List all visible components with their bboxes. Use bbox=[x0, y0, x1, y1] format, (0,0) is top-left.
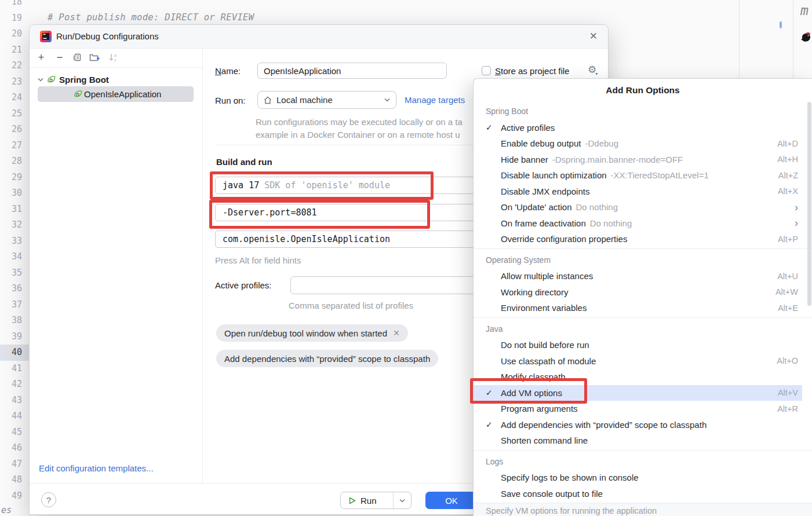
tree-item-label: OpenIsleApplication bbox=[84, 89, 161, 99]
tag-label: Add dependencies with “provided” scope t… bbox=[224, 354, 430, 364]
chevron-down-icon bbox=[38, 78, 43, 82]
annotation-box-jdk-field bbox=[210, 171, 434, 200]
main-class-value: com.openisle.OpenIsleApplication bbox=[223, 234, 390, 244]
add-run-options-list: Spring Boot✓Active profilesEnable debug … bbox=[474, 100, 812, 503]
line-number-38: 38 bbox=[0, 313, 29, 329]
menu-item-label: Disable JMX endpoints bbox=[501, 186, 589, 196]
line-number-26: 26 bbox=[0, 122, 29, 138]
add-configuration-button[interactable]: + bbox=[35, 52, 47, 63]
tree-item-openisleapplication[interactable]: OpenIsleApplication bbox=[38, 86, 194, 102]
line-number-21: 21 bbox=[0, 42, 29, 58]
manage-targets-link[interactable]: Manage targets bbox=[405, 95, 465, 105]
home-icon bbox=[264, 96, 272, 104]
help-button[interactable]: ? bbox=[41, 492, 56, 507]
menu-item-shortcut: Alt+V bbox=[778, 388, 798, 397]
edit-configuration-templates-link[interactable]: Edit configuration templates... bbox=[39, 463, 154, 473]
menu-item-on-frame-deactivation[interactable]: On frame deactivationDo nothing› bbox=[474, 215, 812, 232]
menu-item-shortcut: Alt+R bbox=[777, 404, 798, 413]
popup-scrollbar[interactable] bbox=[807, 102, 811, 306]
menu-item-environment-variables[interactable]: Environment variablesAlt+E bbox=[474, 300, 812, 316]
menu-item-shortcut: Alt+Z bbox=[778, 171, 798, 180]
menu-item-enable-debug-output[interactable]: Enable debug output-DdebugAlt+D bbox=[474, 136, 812, 152]
line-number-39: 39 bbox=[0, 329, 29, 345]
line-number-20: 20 bbox=[0, 26, 29, 42]
line-number-23: 23 bbox=[0, 74, 29, 90]
sort-alphabetically-icon[interactable]: a z bbox=[108, 52, 119, 63]
menu-item-label: Working directory bbox=[501, 287, 568, 297]
popup-status-hint: Specify VM options for running the appli… bbox=[486, 506, 657, 515]
ok-button[interactable]: OK bbox=[425, 492, 478, 509]
menu-item-label: Do not build before run bbox=[501, 340, 589, 350]
run-button[interactable]: Run bbox=[340, 492, 412, 509]
annotation-box-add-vm-options bbox=[470, 378, 587, 404]
menu-item-label: Save console output to file bbox=[501, 489, 603, 499]
run-options-chevron-icon[interactable] bbox=[394, 499, 411, 503]
copy-configuration-icon[interactable] bbox=[71, 52, 83, 63]
line-number-36: 36 bbox=[0, 281, 29, 297]
menu-item-working-directory[interactable]: Working directoryAlt+W bbox=[474, 284, 812, 301]
check-icon: ✓ bbox=[486, 420, 501, 429]
menu-item-add-dependencies-with-provided-scope-to-classpath[interactable]: ✓Add dependencies with “provided” scope … bbox=[474, 417, 812, 433]
menu-item-specify-logs-to-be-shown-in-console[interactable]: Specify logs to be shown in console bbox=[474, 470, 812, 486]
menu-item-on-update-action[interactable]: On 'Update' actionDo nothing› bbox=[474, 199, 812, 215]
line-number-31: 31 bbox=[0, 202, 29, 218]
dialog-titlebar: Run/Debug Configurations ✕ bbox=[30, 25, 608, 49]
line-number-49: 49 bbox=[0, 488, 29, 504]
menu-item-label: Active profiles bbox=[501, 123, 555, 133]
menu-item-shortcut: Alt+E bbox=[778, 303, 798, 313]
menu-item-shorten-command-line[interactable]: Shorten command line bbox=[474, 433, 812, 449]
menu-item-label: Shorten command line bbox=[501, 436, 588, 445]
menu-section-header-spring-boot: Spring Boot bbox=[474, 104, 812, 120]
toolbar-separator bbox=[30, 67, 202, 68]
play-icon bbox=[349, 497, 356, 504]
spring-boot-icon bbox=[47, 75, 56, 84]
line-number-41: 41 bbox=[0, 361, 29, 377]
menu-item-override-configuration-properties[interactable]: Override configuration propertiesAlt+P bbox=[474, 231, 812, 247]
tree-group-label: Spring Boot bbox=[59, 75, 109, 85]
menu-item-label: On 'Update' action bbox=[501, 202, 571, 212]
line-number-32: 32 bbox=[0, 217, 29, 233]
menu-item-shortcut: Alt+U bbox=[777, 272, 798, 281]
editor-split-divider bbox=[739, 0, 740, 78]
menu-item-hide-banner[interactable]: Hide banner-Dspring.main.banner-mode=OFF… bbox=[474, 152, 812, 168]
remove-tag-icon[interactable]: ✕ bbox=[393, 328, 400, 338]
build-and-run-heading: Build and run bbox=[216, 157, 272, 167]
menu-section-header-java: Java bbox=[474, 321, 812, 338]
right-pane-text-fragment: m bbox=[800, 3, 809, 18]
annotation-box-vm-options-field bbox=[209, 200, 430, 229]
menu-item-active-profiles[interactable]: ✓Active profiles bbox=[474, 120, 812, 136]
tag-open-run-tool-window[interactable]: Open run/debug tool window when started … bbox=[216, 324, 408, 342]
menu-item-disable-launch-optimization[interactable]: Disable launch optimization-XX:TieredSto… bbox=[474, 167, 812, 184]
menu-item-allow-multiple-instances[interactable]: Allow multiple instancesAlt+U bbox=[474, 268, 812, 284]
line-number-33: 33 bbox=[0, 233, 29, 250]
menu-item-use-classpath-of-module[interactable]: Use classpath of moduleAlt+O bbox=[474, 353, 812, 369]
tree-node-spring-boot[interactable]: Spring Boot bbox=[38, 72, 109, 86]
menu-item-shortcut: Alt+W bbox=[775, 287, 798, 297]
line-number-28: 28 bbox=[0, 153, 29, 170]
run-on-select[interactable]: Local machine bbox=[257, 91, 396, 109]
menu-item-shortcut: Alt+X bbox=[778, 186, 798, 196]
name-input[interactable] bbox=[257, 63, 447, 79]
menu-item-do-not-build-before-run[interactable]: Do not build before run bbox=[474, 337, 812, 353]
store-as-project-file-checkbox[interactable] bbox=[482, 66, 491, 75]
line-number-19: 19 bbox=[0, 10, 29, 27]
menu-section-spring-boot: Spring Boot✓Active profilesEnable debug … bbox=[474, 100, 812, 249]
menu-section-header-operating-system: Operating System bbox=[474, 252, 812, 269]
tag-add-provided-dependencies[interactable]: Add dependencies with “provided” scope t… bbox=[216, 350, 438, 367]
menu-item-label: Program arguments bbox=[501, 404, 578, 413]
menu-item-disable-jmx-endpoints[interactable]: Disable JMX endpointsAlt+X bbox=[474, 184, 812, 200]
gear-icon[interactable]: ⚙ bbox=[588, 64, 599, 76]
scrollbar-error-stripe-mark bbox=[780, 21, 782, 28]
menu-item-label: Use classpath of module bbox=[501, 356, 596, 366]
menu-item-hint: -Ddebug bbox=[585, 138, 618, 148]
new-folder-icon[interactable] bbox=[89, 52, 100, 63]
active-profiles-hint: Comma separated list of profiles bbox=[289, 301, 413, 310]
alt-hint: Press Alt for field hints bbox=[215, 255, 301, 265]
line-number-37: 37 bbox=[0, 297, 29, 313]
menu-item-hint: -XX:TieredStopAtLevel=1 bbox=[611, 170, 709, 180]
bird-plugin-icon bbox=[800, 31, 812, 43]
remove-configuration-button[interactable]: − bbox=[54, 52, 65, 63]
close-icon[interactable]: ✕ bbox=[589, 30, 598, 42]
menu-item-save-console-output-to-file[interactable]: Save console output to file bbox=[474, 486, 812, 502]
popup-title: Add Run Options bbox=[474, 79, 812, 100]
